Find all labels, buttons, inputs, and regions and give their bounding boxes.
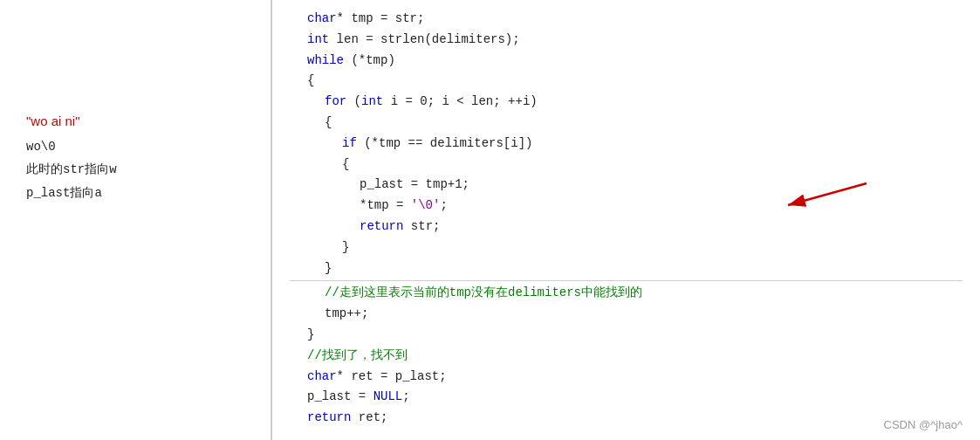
code-line-6: { (290, 113, 963, 134)
main-container: "wo ai ni" wo\0 此时的str指向w p_last指向a char… (0, 0, 980, 440)
code-line-10: *tmp = '\0'; (290, 196, 963, 217)
annotation-line-3: p_last指向a (26, 183, 253, 203)
code-line-13: } (290, 258, 963, 279)
code-line-3: while (*tmp) (290, 51, 963, 72)
code-line-8: { (290, 155, 963, 175)
code-line-17: //找到了，找不到 (290, 346, 963, 367)
code-line-12: } (290, 237, 963, 258)
left-panel: "wo ai ni" wo\0 此时的str指向w p_last指向a (0, 0, 271, 440)
code-line-14: //走到这里表示当前的tmp没有在delimiters中能找到的 (290, 283, 963, 304)
annotation-quote: "wo ai ni" (26, 113, 253, 128)
code-line-11: return str; (290, 217, 963, 237)
code-separator (290, 280, 963, 281)
code-line-7: if (*tmp == delimiters[i]) (290, 134, 963, 155)
code-line-5: for (int i = 0; i < len; ++i) (290, 92, 963, 113)
code-line-16: } (290, 325, 963, 346)
code-line-2: int len = strlen(delimiters); (290, 30, 963, 51)
watermark: CSDN @^jhao^ (884, 418, 963, 431)
code-keyword: char (307, 9, 337, 30)
code-line-20: return ret; (290, 408, 963, 429)
code-line-18: char* ret = p_last; (290, 367, 963, 388)
code-line-4: { (290, 71, 963, 92)
annotation-line-2: 此时的str指向w (26, 160, 253, 179)
code-line-15: tmp++; (290, 304, 963, 325)
code-line-1: char* tmp = str; (290, 9, 963, 30)
annotation-line-1: wo\0 (26, 137, 253, 156)
code-line-9: p_last = tmp+1; (290, 175, 963, 196)
code-panel: char* tmp = str; int len = strlen(delimi… (272, 0, 980, 440)
code-line-19: p_last = NULL; (290, 387, 963, 408)
